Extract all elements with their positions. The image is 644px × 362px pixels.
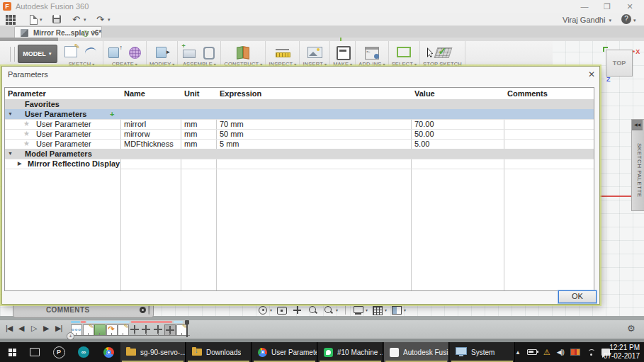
display-driver-icon[interactable] <box>570 349 580 356</box>
name-cell[interactable]: mirrorw <box>124 129 179 139</box>
new-component-icon[interactable] <box>181 44 198 60</box>
timeline-revolve-icon[interactable] <box>106 324 118 336</box>
value-cell[interactable]: 50.00 <box>414 129 502 139</box>
grid-layout-icon[interactable] <box>372 305 383 315</box>
add-parameter-icon[interactable]: + <box>110 109 114 119</box>
spline-icon[interactable] <box>83 44 100 60</box>
column-header-comments[interactable]: Comments <box>507 88 597 99</box>
taskbar-app-3[interactable]: User Paramete... <box>252 342 317 362</box>
orbit-icon-caret[interactable]: ▾ <box>270 307 272 312</box>
comments-cell[interactable] <box>507 139 592 149</box>
timeline-zoom-icon[interactable]: + <box>67 332 74 340</box>
ribbon-group-assemble[interactable]: ASSEMBLE <box>178 41 221 67</box>
grid-layout-icon-caret[interactable]: ▾ <box>385 307 387 312</box>
taskbar-app-6[interactable]: System <box>450 342 515 362</box>
new-file-caret-icon[interactable]: ▾ <box>40 17 43 23</box>
chevron-right-icon[interactable]: ▶ <box>18 159 21 169</box>
measure-icon[interactable] <box>274 44 291 60</box>
addins-script-icon[interactable] <box>363 44 380 60</box>
view-cube[interactable]: TOP <box>606 50 633 77</box>
ribbon-group-modify[interactable]: MODIFY <box>147 41 178 67</box>
ribbon-group-insert[interactable]: INSERT <box>300 41 330 67</box>
construct-plane-icon[interactable] <box>235 44 252 60</box>
table-row[interactable]: ★User Parametermirrorlmm70 mm70.00 <box>5 119 594 130</box>
timeline-position-marker[interactable] <box>186 320 188 337</box>
make-3dprint-icon[interactable] <box>334 44 351 60</box>
favorite-star-icon[interactable]: ★ <box>23 119 30 129</box>
taskbar-app-1[interactable]: sg-90-servo-... <box>120 342 186 362</box>
orbit-icon[interactable] <box>257 305 269 315</box>
undo-caret-icon[interactable]: ▾ <box>84 17 86 23</box>
column-header-unit[interactable]: Unit <box>184 88 220 99</box>
taskbar-app-2[interactable]: Downloads <box>186 342 252 362</box>
timeline-slider-track[interactable] <box>71 335 190 336</box>
wifi-icon[interactable] <box>587 349 595 356</box>
ribbon-group-construct[interactable]: CONSTRUCT <box>221 41 266 67</box>
timeline-sketch-icon[interactable] <box>83 324 94 336</box>
table-row[interactable]: Favorites <box>5 99 594 110</box>
zoom-icon[interactable] <box>307 305 319 315</box>
ribbon-group-select[interactable]: SELECT <box>389 41 420 67</box>
comments-cell[interactable] <box>507 119 592 129</box>
comments-cell[interactable] <box>507 129 592 139</box>
new-file-icon[interactable] <box>30 15 38 25</box>
save-icon[interactable] <box>52 15 61 23</box>
zoom-window-icon-caret[interactable]: ▾ <box>336 307 338 312</box>
timeline-move-icon[interactable] <box>164 324 176 336</box>
column-header-value[interactable]: Value <box>414 88 507 99</box>
display-settings-icon-caret[interactable]: ▾ <box>366 307 368 312</box>
expression-cell[interactable]: 5 mm <box>220 139 409 149</box>
press-pull-icon[interactable] <box>154 44 171 60</box>
close-button[interactable]: ✕ <box>621 1 639 11</box>
comments-panel[interactable]: COMMENTS <box>13 302 154 318</box>
value-cell[interactable]: 5.00 <box>414 139 502 149</box>
dialog-close-icon[interactable]: ✕ <box>586 69 597 80</box>
ribbon-group-create[interactable]: CREATE <box>103 41 147 67</box>
lattice-icon[interactable] <box>126 44 143 60</box>
warning-icon[interactable]: ⚠ <box>543 349 550 356</box>
user-menu[interactable]: Viraj Gandhi ▾ <box>563 16 611 24</box>
taskbar-app-5[interactable]: Autodesk Fusi... <box>384 342 449 362</box>
zoom-window-icon[interactable] <box>323 305 334 315</box>
table-row[interactable]: ★User Parametermirrorwmm50 mm50.00 <box>5 129 594 140</box>
taskbar-app-4[interactable]: #10 Machine ... <box>318 342 383 362</box>
processing-app-button[interactable]: P <box>48 342 69 362</box>
unit-cell[interactable]: mm <box>184 139 214 149</box>
undo-icon[interactable]: ↶ <box>72 14 80 25</box>
create-form-icon[interactable] <box>106 44 123 60</box>
sketch-palette-panel[interactable]: ◀◀ SKETCH PALETTE <box>631 119 644 211</box>
battery-icon[interactable] <box>527 349 537 355</box>
tab-close-icon[interactable]: ✕ <box>91 28 98 38</box>
go-to-end-icon[interactable]: ▶| <box>55 324 62 333</box>
select-icon[interactable] <box>395 44 412 60</box>
taskbar-clock[interactable]: 12:21 PM 07-02-2017 <box>597 344 640 361</box>
comments-scrollbar[interactable] <box>148 305 150 315</box>
viewports-icon[interactable] <box>391 305 402 315</box>
viewports-icon-caret[interactable]: ▾ <box>404 307 406 312</box>
table-row[interactable]: ▼User Parameters+ <box>5 109 594 120</box>
start-button[interactable] <box>1 342 23 362</box>
timeline-sketch-icon[interactable] <box>118 324 129 336</box>
stop-sketch-icon[interactable] <box>434 44 451 60</box>
tray-expand-icon[interactable]: ▲ <box>515 349 521 356</box>
toolbar-grip[interactable] <box>10 47 15 62</box>
look-at-icon[interactable] <box>276 305 288 315</box>
step-back-icon[interactable]: ◀ <box>18 324 23 333</box>
name-cell[interactable]: mirrorl <box>124 119 179 129</box>
pan-icon[interactable] <box>292 305 303 315</box>
unit-cell[interactable]: mm <box>184 129 214 139</box>
sketch-create-icon[interactable] <box>63 44 80 60</box>
redo-icon[interactable]: ↷ <box>96 14 104 25</box>
table-row[interactable]: ★User ParameterMDFthicknessmm5 mm5.00 <box>5 139 594 149</box>
app-grid-icon[interactable] <box>6 15 9 18</box>
help-caret-icon[interactable]: ▾ <box>633 18 636 23</box>
favorite-star-icon[interactable]: ★ <box>23 139 30 149</box>
expression-cell[interactable]: 70 mm <box>220 119 409 129</box>
minimize-button[interactable]: — <box>575 1 594 11</box>
help-icon[interactable]: ? <box>621 14 631 24</box>
ribbon-group-inspect[interactable]: INSPECT <box>266 41 300 67</box>
unit-cell[interactable]: mm <box>184 119 214 129</box>
expression-cell[interactable]: 50 mm <box>220 129 409 139</box>
chrome-app-button[interactable] <box>98 342 119 362</box>
insert-image-icon[interactable] <box>306 44 323 60</box>
